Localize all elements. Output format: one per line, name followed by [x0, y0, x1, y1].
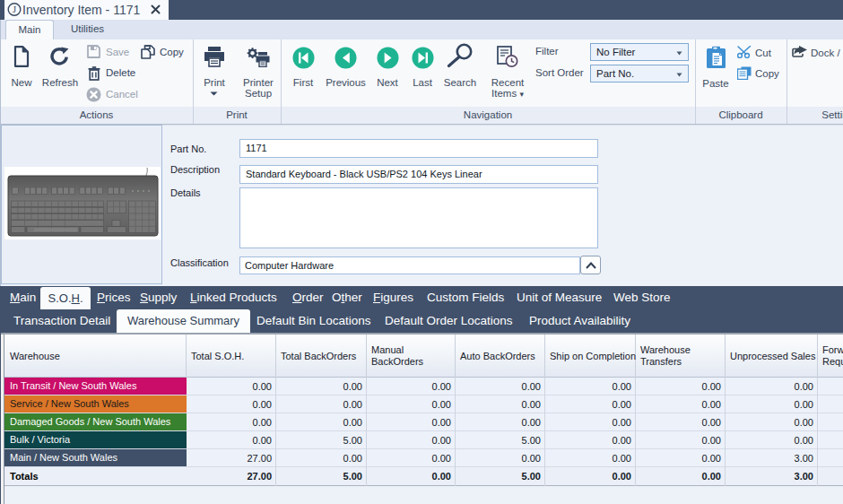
svg-text:J: J [13, 4, 16, 14]
